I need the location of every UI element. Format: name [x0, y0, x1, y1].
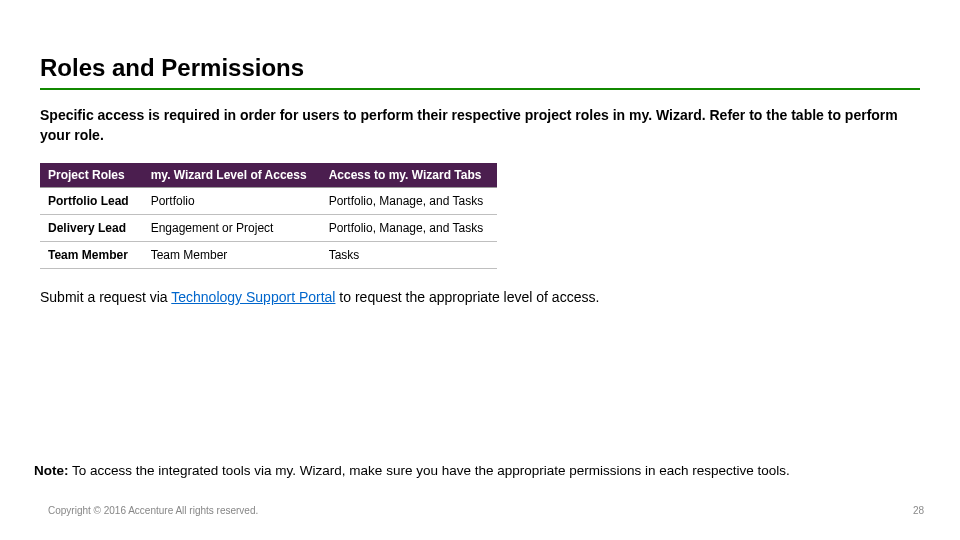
note-body: To access the integrated tools via my. W… — [69, 463, 790, 478]
cell-role: Portfolio Lead — [40, 188, 143, 215]
table-header-row: Project Roles my. Wizard Level of Access… — [40, 163, 497, 188]
table-row: Delivery Lead Engagement or Project Port… — [40, 215, 497, 242]
table-row: Portfolio Lead Portfolio Portfolio, Mana… — [40, 188, 497, 215]
col-header-tabs: Access to my. Wizard Tabs — [321, 163, 498, 188]
title-underline — [40, 88, 920, 90]
col-header-roles: Project Roles — [40, 163, 143, 188]
cell-level: Portfolio — [143, 188, 321, 215]
support-portal-link[interactable]: Technology Support Portal — [171, 289, 335, 305]
intro-text: Specific access is required in order for… — [40, 106, 920, 145]
cell-role: Delivery Lead — [40, 215, 143, 242]
cell-level: Team Member — [143, 242, 321, 269]
cell-tabs: Portfolio, Manage, and Tasks — [321, 188, 498, 215]
submit-suffix: to request the appropriate level of acce… — [335, 289, 599, 305]
submit-request-text: Submit a request via Technology Support … — [40, 289, 920, 305]
cell-level: Engagement or Project — [143, 215, 321, 242]
table-row: Team Member Team Member Tasks — [40, 242, 497, 269]
cell-role: Team Member — [40, 242, 143, 269]
cell-tabs: Tasks — [321, 242, 498, 269]
col-header-access-level: my. Wizard Level of Access — [143, 163, 321, 188]
copyright: Copyright © 2016 Accenture All rights re… — [48, 505, 258, 516]
slide: Roles and Permissions Specific access is… — [0, 0, 960, 540]
submit-prefix: Submit a request via — [40, 289, 171, 305]
roles-table: Project Roles my. Wizard Level of Access… — [40, 163, 497, 269]
cell-tabs: Portfolio, Manage, and Tasks — [321, 215, 498, 242]
page-number: 28 — [913, 505, 924, 516]
page-title: Roles and Permissions — [40, 54, 920, 82]
note-text: Note: To access the integrated tools via… — [34, 462, 920, 480]
note-label: Note: — [34, 463, 69, 478]
